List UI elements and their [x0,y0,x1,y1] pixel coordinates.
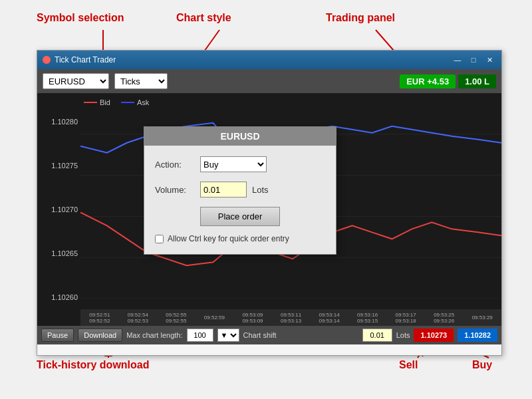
symbol-selection-annotation: Symbol selection [37,12,124,24]
time-5: 09:53:0909:53:09 [233,312,272,324]
dialog-title: EURUSD [144,127,336,146]
status-bar: Pause Download Max chart length: ▼ Chart… [37,326,501,344]
place-order-button[interactable]: Place order [200,207,280,226]
window-dot [43,56,51,64]
trading-panel-annotation: Trading panel [326,12,395,24]
price-label-3: 1.10270 [40,205,78,213]
checkbox-label: Allow Ctrl key for quick order entry [168,234,289,243]
restore-button[interactable]: □ [467,53,480,66]
title-bar: Tick Chart Trader — □ ✕ [37,51,501,69]
time-3: 09:52:5509:52:55 [157,312,196,324]
buy-annotation: Buy [472,359,492,371]
chart-style-annotation: Chart style [176,12,231,24]
volume-input[interactable]: 0.01 [200,182,247,198]
checkbox-row: Allow Ctrl key for quick order entry [155,234,325,243]
window-controls: — □ ✕ [451,53,496,66]
time-7: 09:53:1409:53:14 [310,312,348,324]
volume-unit: Lots [252,185,269,195]
action-label: Action: [155,160,195,170]
pause-button[interactable]: Pause [41,329,74,342]
chart-shift-label: Chart shift [243,331,277,339]
action-select[interactable]: Buy Sell [200,156,267,172]
price-label-1: 1.10280 [40,118,78,126]
sell-annotation: Sell [399,359,418,371]
time-6: 09:53:1109:53:13 [272,312,311,324]
max-chart-label: Max chart length: [126,331,182,339]
time-10: 09:53:2509:53:26 [425,312,464,324]
chart-style-select[interactable]: Ticks [114,73,168,89]
time-4: 09:52:59 [196,315,234,321]
time-8: 09:53:1609:53:15 [348,312,387,324]
volume-label: Volume: [155,185,195,195]
price-label-2: 1.10275 [40,162,78,170]
minimize-button[interactable]: — [451,53,464,66]
tick-history-annotation: Tick-history download [37,359,150,371]
volume-row: Volume: 0.01 Lots [155,182,325,198]
lots-display: 1.00 L [458,74,496,88]
window-title: Tick Chart Trader [55,55,451,65]
buy-button[interactable]: 1.10282 [458,329,497,342]
symbol-select[interactable]: EURUSD [43,73,109,89]
main-window: Tick Chart Trader — □ ✕ EURUSD Ticks EUR… [37,50,502,356]
pnl-display: EUR +4.53 [400,74,456,88]
dialog-body: Action: Buy Sell Volume: 0.01 Lots Place… [144,146,336,254]
price-label-5: 1.10260 [40,293,78,301]
max-chart-input[interactable] [187,329,213,342]
time-11: 09:53:29 [463,315,501,321]
time-9: 09:53:1709:53:18 [386,312,425,324]
action-row: Action: Buy Sell [155,156,325,172]
price-label-4: 1.10265 [40,249,78,257]
price-labels: 1.10280 1.10275 1.10270 1.10265 1.10260 [37,93,80,326]
trading-dialog: EURUSD Action: Buy Sell Volume: 0.01 Lot… [144,126,336,255]
max-chart-dropdown[interactable]: ▼ [217,329,239,342]
quick-order-checkbox[interactable] [155,235,164,243]
trading-panel-display: EUR +4.53 1.00 L [400,74,496,88]
lots-label: Lots [396,331,410,339]
sell-button[interactable]: 1.10273 [414,329,454,342]
time-2: 09:52:5409:52:53 [119,312,158,324]
close-button[interactable]: ✕ [483,53,496,66]
lot-input[interactable] [362,329,392,342]
chart-area: 1.10280 1.10275 1.10270 1.10265 1.10260 … [37,93,501,326]
time-1: 09:52:5109:52:52 [80,312,119,324]
time-axis: 09:52:5109:52:52 09:52:5409:52:53 09:52:… [80,309,501,326]
toolbar: EURUSD Ticks EUR +4.53 1.00 L [37,69,501,93]
download-button[interactable]: Download [78,329,122,342]
